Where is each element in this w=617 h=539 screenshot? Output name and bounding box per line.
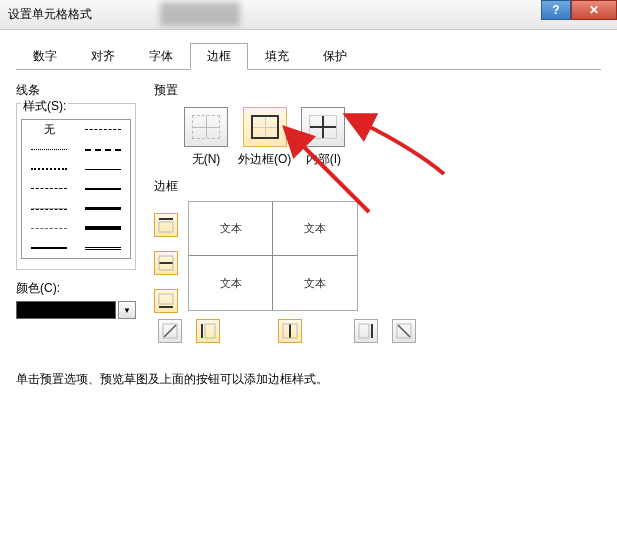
preset-outer-icon [251,115,279,139]
style-none[interactable]: 无 [22,120,76,140]
svg-rect-5 [159,294,173,304]
right-column: 预置 无(N) 外边框(O) 内部(I) 边框 [154,82,601,343]
svg-rect-4 [159,306,173,308]
preset-group-label: 预置 [154,82,601,99]
border-side-buttons [154,201,178,313]
preset-inner-button[interactable] [301,107,345,147]
preset-inner-label: 内部(I) [306,151,341,168]
style-opt[interactable] [22,219,76,239]
border-vmid-button[interactable] [278,319,302,343]
border-hmid-button[interactable] [154,251,178,275]
tab-border[interactable]: 边框 [190,43,248,70]
tab-fill[interactable]: 填充 [248,43,306,70]
border-left-button[interactable] [196,319,220,343]
preview-cell: 文本 [273,202,357,256]
preset-outer: 外边框(O) [238,107,291,168]
line-style-list[interactable]: 无 [21,119,131,259]
preset-inner-icon [309,115,337,139]
border-diag1-button[interactable] [158,319,182,343]
color-dropdown-button[interactable]: ▼ [118,301,136,319]
tab-protect[interactable]: 保护 [306,43,364,70]
style-opt[interactable] [76,140,130,160]
style-opt[interactable] [22,179,76,199]
preview-cell: 文本 [273,256,357,310]
preset-outer-button[interactable] [243,107,287,147]
svg-rect-9 [205,324,215,338]
preset-none-icon [192,115,220,139]
preset-outer-label: 外边框(O) [238,151,291,168]
style-opt[interactable] [76,219,130,239]
title-blur [160,2,240,26]
border-diag2-button[interactable] [392,319,416,343]
border-area: 文本 文本 文本 文本 [154,201,601,313]
svg-rect-1 [159,222,173,232]
preset-inner: 内部(I) [301,107,345,168]
hint-text: 单击预置选项、预览草图及上面的按钮可以添加边框样式。 [16,371,601,388]
tab-align[interactable]: 对齐 [74,43,132,70]
svg-rect-0 [159,218,173,220]
style-opt[interactable] [76,159,130,179]
color-label: 颜色(C): [16,280,136,297]
style-opt[interactable] [22,159,76,179]
preset-none-label: 无(N) [192,151,221,168]
style-opt[interactable] [76,179,130,199]
dialog-content: 数字 对齐 字体 边框 填充 保护 线条 样式(S): 无 [0,30,617,400]
border-preview[interactable]: 文本 文本 文本 文本 [188,201,358,311]
border-bottom-buttons [158,319,601,343]
style-opt[interactable] [76,120,130,140]
style-opt[interactable] [22,199,76,219]
close-button[interactable]: ✕ [571,0,617,20]
window-title: 设置单元格格式 [8,6,92,23]
window-buttons: ? ✕ [541,0,617,20]
tab-number[interactable]: 数字 [16,43,74,70]
style-label: 样式(S): [21,98,68,115]
style-opt[interactable] [22,140,76,160]
preset-row: 无(N) 外边框(O) 内部(I) [154,103,601,168]
color-picker[interactable]: ▼ [16,301,136,319]
svg-rect-13 [359,324,369,338]
help-button[interactable]: ? [541,0,571,20]
style-opt[interactable] [76,199,130,219]
left-column: 线条 样式(S): 无 [16,82,136,343]
style-opt[interactable] [76,238,130,258]
svg-line-6 [164,325,176,337]
tab-strip: 数字 对齐 字体 边框 填充 保护 [16,42,601,70]
svg-rect-12 [371,324,373,338]
preset-none-button[interactable] [184,107,228,147]
border-right-button[interactable] [354,319,378,343]
svg-rect-2 [159,262,173,264]
color-swatch [16,301,116,319]
border-bottom-button[interactable] [154,289,178,313]
line-fieldset: 样式(S): 无 [16,103,136,270]
preset-none: 无(N) [184,107,228,168]
preview-cell: 文本 [189,202,273,256]
title-bar: 设置单元格格式 ? ✕ [0,0,617,30]
line-group-label: 线条 [16,82,136,99]
svg-rect-8 [201,324,203,338]
svg-line-14 [398,325,410,337]
style-opt[interactable] [22,238,76,258]
border-top-button[interactable] [154,213,178,237]
svg-rect-10 [289,324,291,338]
border-group-label: 边框 [154,178,601,195]
tab-body: 线条 样式(S): 无 [16,82,601,343]
preview-cell: 文本 [189,256,273,310]
tab-font[interactable]: 字体 [132,43,190,70]
